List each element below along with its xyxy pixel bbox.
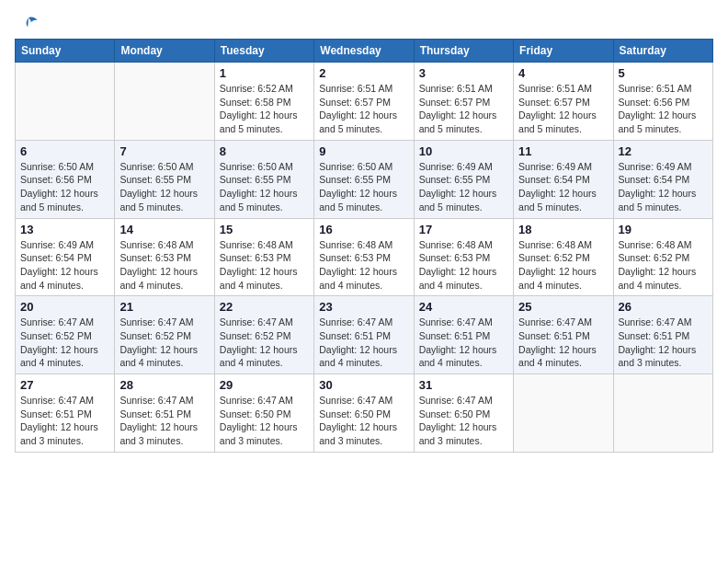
day-info-text: Sunset: 6:52 PM [518,251,608,265]
day-info-text: Daylight: 12 hours and 5 minutes. [220,187,309,213]
day-header-tuesday: Tuesday [214,40,313,63]
calendar-day-24: 24Sunrise: 6:47 AMSunset: 6:51 PMDayligh… [414,296,513,374]
day-info-text: Daylight: 12 hours and 5 minutes. [619,187,708,213]
day-info-text: Sunrise: 6:47 AM [419,316,508,329]
calendar-day-21: 21Sunrise: 6:47 AMSunset: 6:52 PMDayligh… [115,296,214,374]
calendar-day-11: 11Sunrise: 6:49 AMSunset: 6:54 PMDayligh… [514,140,613,218]
day-number: 6 [20,144,109,158]
day-info-text: Sunrise: 6:47 AM [220,394,309,408]
day-number: 15 [220,223,309,236]
day-info-text: Sunrise: 6:50 AM [319,160,408,174]
calendar-day-22: 22Sunrise: 6:47 AMSunset: 6:52 PMDayligh… [214,296,313,374]
calendar-week-row: 27Sunrise: 6:47 AMSunset: 6:51 PMDayligh… [16,374,713,453]
day-info-text: Daylight: 12 hours and 3 minutes. [220,420,309,447]
day-number: 27 [20,378,109,392]
day-info-text: Sunrise: 6:50 AM [220,160,309,174]
day-number: 30 [319,378,408,392]
day-number: 17 [419,223,508,236]
day-number: 31 [419,378,508,392]
day-info-text: Sunset: 6:53 PM [119,251,209,265]
empty-cell [514,374,613,453]
empty-cell [115,63,214,141]
calendar-day-4: 4Sunrise: 6:51 AMSunset: 6:57 PMDaylight… [514,63,613,141]
calendar-week-row: 6Sunrise: 6:50 AMSunset: 6:56 PMDaylight… [16,140,713,218]
calendar-day-23: 23Sunrise: 6:47 AMSunset: 6:51 PMDayligh… [314,296,414,374]
day-info-text: Daylight: 12 hours and 5 minutes. [220,109,309,135]
day-number: 19 [619,223,708,236]
calendar-week-row: 13Sunrise: 6:49 AMSunset: 6:54 PMDayligh… [16,218,713,296]
day-info-text: Daylight: 12 hours and 3 minutes. [20,420,109,447]
day-info-text: Sunset: 6:55 PM [319,173,408,187]
calendar-day-28: 28Sunrise: 6:47 AMSunset: 6:51 PMDayligh… [115,374,214,453]
day-info-text: Sunset: 6:52 PM [119,329,209,343]
day-number: 7 [119,144,209,158]
day-info-text: Daylight: 12 hours and 4 minutes. [319,343,408,370]
day-info-text: Sunset: 6:50 PM [220,408,309,421]
day-info-text: Daylight: 12 hours and 4 minutes. [518,265,608,292]
day-number: 22 [220,300,309,314]
day-number: 13 [20,223,109,236]
day-info-text: Sunset: 6:51 PM [119,408,209,421]
day-info-text: Sunrise: 6:47 AM [419,394,508,408]
day-info-text: Daylight: 12 hours and 5 minutes. [619,109,708,135]
day-info-text: Sunrise: 6:47 AM [119,394,209,408]
day-info-text: Sunset: 6:54 PM [518,173,608,187]
calendar-day-8: 8Sunrise: 6:50 AMSunset: 6:55 PMDaylight… [214,140,313,218]
calendar-week-row: 1Sunrise: 6:52 AMSunset: 6:58 PMDaylight… [16,63,713,141]
calendar-day-13: 13Sunrise: 6:49 AMSunset: 6:54 PMDayligh… [16,218,115,296]
day-number: 26 [619,300,708,314]
calendar-day-25: 25Sunrise: 6:47 AMSunset: 6:51 PMDayligh… [514,296,613,374]
day-info-text: Sunset: 6:50 PM [319,408,408,421]
day-number: 25 [518,300,608,314]
day-info-text: Sunrise: 6:48 AM [518,238,608,252]
day-info-text: Sunrise: 6:51 AM [419,82,508,96]
day-info-text: Sunrise: 6:47 AM [319,316,408,329]
day-info-text: Sunset: 6:50 PM [419,408,508,421]
day-header-saturday: Saturday [613,40,712,63]
day-info-text: Sunrise: 6:47 AM [119,316,209,329]
day-info-text: Sunrise: 6:50 AM [20,160,109,174]
day-info-text: Sunset: 6:56 PM [20,173,109,187]
day-info-text: Sunset: 6:51 PM [419,329,508,343]
calendar-day-15: 15Sunrise: 6:48 AMSunset: 6:53 PMDayligh… [214,218,313,296]
day-number: 12 [619,144,708,158]
calendar-day-26: 26Sunrise: 6:47 AMSunset: 6:51 PMDayligh… [613,296,712,374]
calendar-day-3: 3Sunrise: 6:51 AMSunset: 6:57 PMDaylight… [414,63,513,141]
day-header-sunday: Sunday [16,40,115,63]
day-info-text: Sunrise: 6:49 AM [518,160,608,174]
day-info-text: Daylight: 12 hours and 4 minutes. [419,343,508,370]
day-info-text: Sunset: 6:57 PM [419,96,508,109]
calendar-day-27: 27Sunrise: 6:47 AMSunset: 6:51 PMDayligh… [16,374,115,453]
day-info-text: Sunset: 6:51 PM [518,329,608,343]
day-info-text: Daylight: 12 hours and 3 minutes. [419,420,508,447]
calendar-day-30: 30Sunrise: 6:47 AMSunset: 6:50 PMDayligh… [314,374,414,453]
day-number: 1 [220,66,309,80]
day-info-text: Sunset: 6:53 PM [419,251,508,265]
day-info-text: Daylight: 12 hours and 3 minutes. [119,420,209,447]
day-info-text: Sunrise: 6:47 AM [220,316,309,329]
day-info-text: Sunrise: 6:51 AM [619,82,708,96]
day-info-text: Sunset: 6:53 PM [319,251,408,265]
day-info-text: Sunrise: 6:48 AM [319,238,408,252]
day-info-text: Daylight: 12 hours and 3 minutes. [319,420,408,447]
day-info-text: Sunrise: 6:47 AM [319,394,408,408]
day-number: 23 [319,300,408,314]
day-info-text: Sunset: 6:51 PM [319,329,408,343]
calendar-day-18: 18Sunrise: 6:48 AMSunset: 6:52 PMDayligh… [514,218,613,296]
day-info-text: Daylight: 12 hours and 5 minutes. [119,187,209,213]
day-info-text: Sunset: 6:51 PM [20,408,109,421]
day-number: 5 [619,66,708,80]
calendar-week-row: 20Sunrise: 6:47 AMSunset: 6:52 PMDayligh… [16,296,713,374]
day-info-text: Daylight: 12 hours and 5 minutes. [518,109,608,135]
day-info-text: Daylight: 12 hours and 4 minutes. [20,265,109,292]
day-number: 3 [419,66,508,80]
day-info-text: Daylight: 12 hours and 4 minutes. [619,265,708,292]
empty-cell [16,63,115,141]
day-header-thursday: Thursday [414,40,513,63]
calendar-day-2: 2Sunrise: 6:51 AMSunset: 6:57 PMDaylight… [314,63,414,141]
day-number: 2 [319,66,408,80]
day-info-text: Sunset: 6:52 PM [20,329,109,343]
calendar-day-19: 19Sunrise: 6:48 AMSunset: 6:52 PMDayligh… [613,218,712,296]
day-info-text: Sunrise: 6:52 AM [220,82,309,96]
day-number: 10 [419,144,508,158]
